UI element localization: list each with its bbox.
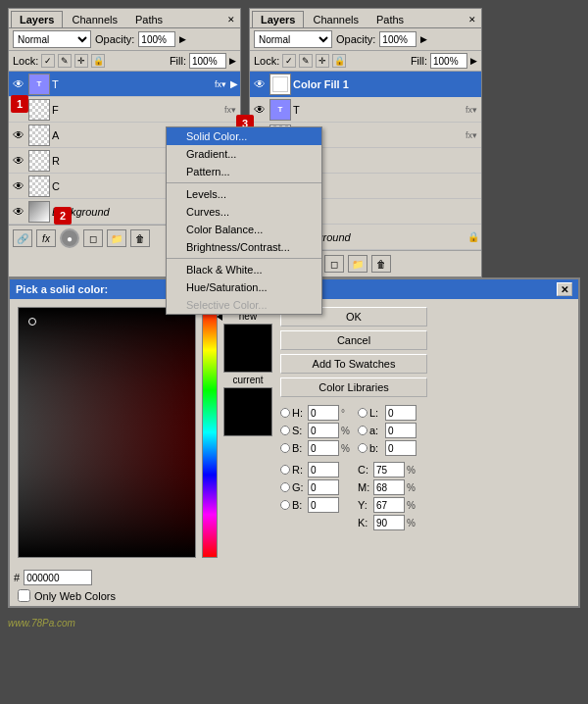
field-R: R: [280,462,350,478]
left-eye-A[interactable]: 👁 [11,127,26,143]
lock-padlock-icon[interactable]: 🔒 [91,54,105,68]
left-name-T: T [52,78,211,90]
menu-selective[interactable]: Selective Color... [167,296,321,314]
left-eye-T[interactable]: 👁 [11,76,26,92]
right-tab-paths[interactable]: Paths [368,11,413,27]
right-opacity-arrow[interactable]: ▶ [420,34,427,44]
color-libraries-button[interactable]: Color Libraries [280,377,427,397]
cancel-button[interactable]: Cancel [280,330,427,350]
right-blend-mode[interactable]: Normal [254,30,332,48]
left-panel-close[interactable]: ✕ [224,14,238,25]
menu-brightness[interactable]: Brightness/Contrast... [167,238,321,256]
right-lock-brush[interactable]: ✎ [299,54,313,68]
left-tab-layers[interactable]: Layers [11,11,63,27]
radio-H[interactable] [280,408,290,418]
hex-input[interactable] [24,570,92,585]
right-tab-channels[interactable]: Channels [304,11,367,27]
left-tab-paths[interactable]: Paths [126,11,172,27]
left-tab-channels[interactable]: Channels [63,11,125,27]
menu-bw[interactable]: Black & White... [167,261,321,278]
left-trash-btn[interactable]: 🗑 [130,229,150,247]
input-b-lab[interactable] [385,440,416,456]
right-layer-T[interactable]: 👁 T T fx▾ [250,97,481,123]
menu-gradient[interactable]: Gradient... [167,145,321,163]
unit-C: % [407,465,416,476]
input-Y[interactable] [373,497,405,513]
menu-solid-color[interactable]: Solid Color... [167,127,321,145]
right-fill-input[interactable] [430,53,467,69]
right-lock-checkmark[interactable]: ✓ [282,54,296,68]
lock-move-icon[interactable]: ✛ [74,54,88,68]
menu-pattern[interactable]: Pattern... [167,163,321,180]
right-name-T: T [293,104,462,116]
lock-brush-icon[interactable]: ✎ [58,54,72,68]
input-S[interactable] [308,423,339,438]
only-web-colors-checkbox[interactable] [18,589,30,602]
left-folder-btn[interactable]: 📁 [107,229,126,247]
input-B[interactable] [308,440,339,456]
color-gradient-canvas[interactable] [18,307,196,558]
right-folder-btn[interactable]: 📁 [348,255,368,273]
left-fill-circle-btn[interactable]: ● [60,228,79,248]
input-M[interactable] [373,479,405,495]
right-opacity-input[interactable] [379,31,416,47]
unit-H: ° [341,408,345,419]
right-layer-colorfill[interactable]: 👁 Color Fill 1 [250,72,481,97]
input-K[interactable] [373,515,405,530]
input-C[interactable] [373,462,405,478]
radio-B[interactable] [280,443,290,453]
left-layer-F[interactable]: 👁 F fx▾ [9,97,240,123]
input-H[interactable] [308,405,339,421]
radio-L[interactable] [358,408,368,418]
left-eye-R[interactable]: 👁 [11,153,26,169]
right-eye-T[interactable]: 👁 [252,102,268,118]
radio-S[interactable] [280,426,290,435]
left-panel-tabs: Layers Channels Paths ✕ [9,9,240,28]
left-opacity-arrow[interactable]: ▶ [179,34,186,44]
left-adjust-btn[interactable]: ◻ [83,229,103,247]
right-trash-btn[interactable]: 🗑 [371,255,391,273]
left-eye-bg[interactable]: 👁 [11,204,26,220]
input-a[interactable] [385,423,416,438]
radio-a[interactable] [358,426,368,435]
add-to-swatches-button[interactable]: Add To Swatches [280,354,427,374]
menu-curves[interactable]: Curves... [167,203,321,221]
color-spectrum-bar[interactable] [202,307,218,558]
right-lock-padlock[interactable]: 🔒 [332,54,346,68]
radio-G[interactable] [280,482,290,492]
right-panel-close[interactable]: ✕ [466,14,479,25]
right-eye-colorfill[interactable]: 👁 [252,76,268,92]
input-B2[interactable] [308,497,339,513]
left-fx-btn[interactable]: fx [36,229,56,247]
unit-M: % [407,482,416,493]
left-eye-C[interactable]: 👁 [11,178,26,194]
radio-B2[interactable] [280,500,290,510]
left-fx-F: fx▾ [222,105,238,115]
radio-b-lab[interactable] [358,443,368,453]
left-blend-mode[interactable]: Normal [13,30,91,48]
input-R[interactable] [308,462,339,478]
right-thumb-T: T [270,99,291,121]
label-C: C: [358,464,371,476]
radio-R[interactable] [280,465,290,475]
input-L[interactable] [385,405,416,421]
menu-hue[interactable]: Hue/Saturation... [167,278,321,296]
field-L: L: [358,405,427,421]
input-G[interactable] [308,479,339,495]
dialog-close-btn[interactable]: ✕ [557,282,572,296]
right-fill-arrow[interactable]: ▶ [470,56,477,66]
left-fill-input[interactable] [189,53,226,69]
left-link-btn[interactable]: 🔗 [13,229,32,247]
right-adjust-btn[interactable]: ◻ [324,255,344,273]
step-2-badge: 2 [54,207,72,225]
label-H: H: [292,407,306,419]
left-layer-T[interactable]: 👁 T T fx▾ ▶ [9,72,240,97]
left-more-T[interactable]: ▶ [230,78,238,89]
menu-color-balance[interactable]: Color Balance... [167,221,321,238]
right-tab-layers[interactable]: Layers [252,11,304,27]
left-fill-arrow[interactable]: ▶ [229,56,236,66]
left-opacity-input[interactable] [138,31,175,47]
right-lock-move[interactable]: ✛ [316,54,329,68]
menu-levels[interactable]: Levels... [167,185,321,203]
lock-checkmark-icon[interactable]: ✓ [41,54,55,68]
